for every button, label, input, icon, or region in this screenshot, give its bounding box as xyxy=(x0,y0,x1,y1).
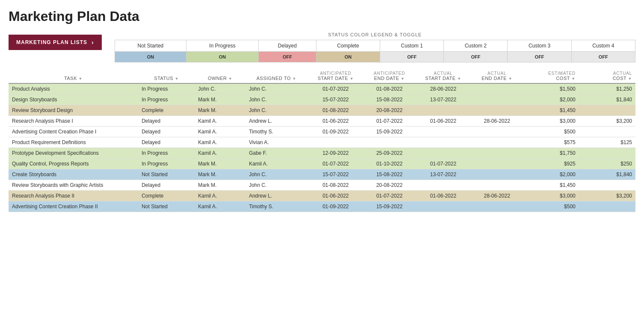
cell-act-end xyxy=(472,83,523,95)
col-header-ant-end[interactable]: ANTICIPATEDEND DATE ▼ xyxy=(364,68,415,83)
cell-est-cost: $3,000 xyxy=(523,191,579,201)
col-header-status[interactable]: STATUS ▼ xyxy=(138,68,195,83)
table-row: Advertising Content Creation Phase IDela… xyxy=(9,127,635,137)
toggle-complete[interactable]: ON xyxy=(316,52,380,62)
toggle-custom1[interactable]: OFF xyxy=(380,52,444,62)
col-header-task[interactable]: TASK ▼ xyxy=(9,68,138,83)
toggle-in-progress[interactable]: ON xyxy=(186,52,259,62)
table-row: Research Analysis Phase IDelayedKamil A.… xyxy=(9,116,635,127)
cell-est-cost: $500 xyxy=(523,201,579,212)
cell-owner: Kamil A. xyxy=(195,148,245,159)
legend-area: STATUS COLOR LEGEND & TOGGLE Not Started… xyxy=(115,32,635,62)
table-row: Design StoryboardsIn ProgressMark M.John… xyxy=(9,95,635,105)
col-header-act-end[interactable]: ACTUALEND DATE ▼ xyxy=(472,68,523,83)
cell-act-start: 28-06-2022 xyxy=(415,83,472,95)
cell-act-cost xyxy=(579,148,635,159)
legend-in-progress-label[interactable]: In Progress xyxy=(186,40,259,52)
col-header-assigned[interactable]: ASSIGNED TO ▼ xyxy=(245,68,307,83)
cell-assigned: Timothy S. xyxy=(245,127,307,137)
cell-owner: John C. xyxy=(195,83,245,95)
cell-act-cost: $1,840 xyxy=(579,169,635,180)
cell-task: Review Storyboard Design xyxy=(9,105,138,116)
cell-act-start xyxy=(415,180,472,191)
cell-owner: Kamil A. xyxy=(195,127,245,137)
cell-task: Design Storyboards xyxy=(9,95,138,105)
cell-act-end: 28-06-2022 xyxy=(472,116,523,127)
cell-act-cost: $125 xyxy=(579,137,635,148)
legend-delayed-label[interactable]: Delayed xyxy=(258,40,316,52)
cell-act-end xyxy=(472,169,523,180)
col-header-ant-start[interactable]: ANTICIPATEDSTART DATE ▼ xyxy=(307,68,364,83)
table-row: Research Analysis Phase IICompleteKamil … xyxy=(9,191,635,201)
cell-act-start xyxy=(415,105,472,116)
toggle-not-started[interactable]: ON xyxy=(115,52,186,62)
cell-ant-end: 15-08-2022 xyxy=(364,95,415,105)
cell-owner: Mark M. xyxy=(195,95,245,105)
cell-assigned: John C. xyxy=(245,83,307,95)
toggle-custom2[interactable]: OFF xyxy=(444,52,508,62)
cell-act-start xyxy=(415,148,472,159)
toggle-custom3[interactable]: OFF xyxy=(508,52,571,62)
cell-owner: Mark M. xyxy=(195,169,245,180)
legend-title: STATUS COLOR LEGEND & TOGGLE xyxy=(115,32,635,37)
table-row: Advertising Content Creation Phase IINot… xyxy=(9,201,635,212)
cell-ant-end: 01-10-2022 xyxy=(364,159,415,169)
cell-task: Research Analysis Phase I xyxy=(9,116,138,127)
col-header-owner[interactable]: OWNER ▼ xyxy=(195,68,245,83)
col-header-act-cost[interactable]: ACTUALCOST ▼ xyxy=(579,68,635,83)
legend-toggle-row: ON ON OFF ON OFF OFF OFF OFF xyxy=(115,52,635,62)
col-header-act-start[interactable]: ACTUALSTART DATE ▼ xyxy=(415,68,472,83)
cell-act-start xyxy=(415,137,472,148)
legend-custom3-label[interactable]: Custom 3 xyxy=(508,40,571,52)
cell-ant-start: 01-06-2022 xyxy=(307,116,364,127)
cell-act-cost: $3,200 xyxy=(579,116,635,127)
toggle-delayed[interactable]: OFF xyxy=(258,52,316,62)
cell-act-start: 01-07-2022 xyxy=(415,159,472,169)
cell-act-end xyxy=(472,148,523,159)
cell-est-cost: $1,450 xyxy=(523,180,579,191)
cell-ant-end: 01-07-2022 xyxy=(364,191,415,201)
cell-est-cost: $575 xyxy=(523,137,579,148)
col-header-est-cost[interactable]: ESTIMATEDCOST ▼ xyxy=(523,68,579,83)
chevron-right-icon: › xyxy=(92,39,94,46)
cell-ant-end: 20-08-2022 xyxy=(364,105,415,116)
legend-not-started-label[interactable]: Not Started xyxy=(115,40,186,52)
cell-act-start xyxy=(415,201,472,212)
cell-ant-end: 01-07-2022 xyxy=(364,116,415,127)
cell-ant-start: 01-09-2022 xyxy=(307,201,364,212)
cell-act-end xyxy=(472,127,523,137)
marketing-plan-lists-button[interactable]: MARKETING PLAN LISTS › xyxy=(9,35,102,50)
cell-task: Product Analysis xyxy=(9,83,138,95)
legend-custom1-label[interactable]: Custom 1 xyxy=(380,40,444,52)
cell-task: Create Storyboards xyxy=(9,169,138,180)
legend-custom4-label[interactable]: Custom 4 xyxy=(571,40,635,52)
table-row: Quality Control, Progress ReportsIn Prog… xyxy=(9,159,635,169)
cell-status: In Progress xyxy=(138,148,195,159)
table-row: Product Requirement DefinitionsDelayedKa… xyxy=(9,137,635,148)
cell-act-end xyxy=(472,180,523,191)
cell-owner: Kamil A. xyxy=(195,191,245,201)
cell-act-cost: $1,840 xyxy=(579,95,635,105)
cell-ant-end: 25-09-2022 xyxy=(364,148,415,159)
cell-ant-start: 01-07-2022 xyxy=(307,83,364,95)
cell-est-cost: $2,000 xyxy=(523,95,579,105)
cell-task: Quality Control, Progress Reports xyxy=(9,159,138,169)
toggle-custom4[interactable]: OFF xyxy=(571,52,635,62)
cell-ant-start: 12-09-2022 xyxy=(307,148,364,159)
cell-status: Delayed xyxy=(138,137,195,148)
legend-complete-label[interactable]: Complete xyxy=(316,40,380,52)
cell-act-cost xyxy=(579,127,635,137)
cell-ant-end: 15-09-2022 xyxy=(364,201,415,212)
cell-est-cost: $1,450 xyxy=(523,105,579,116)
cell-assigned: John C. xyxy=(245,169,307,180)
page-title: Marketing Plan Data xyxy=(9,9,635,24)
cell-act-cost xyxy=(579,105,635,116)
cell-ant-start: 01-08-2022 xyxy=(307,180,364,191)
cell-ant-end: 15-09-2022 xyxy=(364,127,415,137)
cell-act-start: 13-07-2022 xyxy=(415,169,472,180)
legend-label-row: Not Started In Progress Delayed Complete… xyxy=(115,40,635,52)
cell-status: Not Started xyxy=(138,169,195,180)
legend-custom2-label[interactable]: Custom 2 xyxy=(444,40,508,52)
cell-ant-end xyxy=(364,137,415,148)
cell-assigned: Andrew L. xyxy=(245,191,307,201)
